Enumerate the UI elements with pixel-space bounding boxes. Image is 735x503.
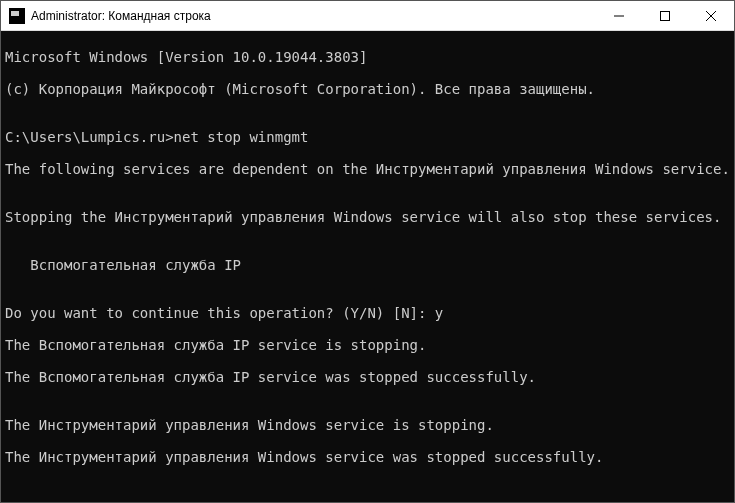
titlebar[interactable]: Administrator: Командная строка <box>1 1 734 31</box>
console-text: The Инструментарий управления Windows se… <box>5 449 730 465</box>
console-text: Do you want to continue this operation? … <box>5 305 730 321</box>
window-controls <box>596 1 734 30</box>
prompt-command: net stop winmgmt <box>174 129 309 145</box>
console-text: (c) Корпорация Майкрософт (Microsoft Cor… <box>5 81 730 97</box>
svg-rect-1 <box>661 11 670 20</box>
console-text: Вспомогательная служба IP <box>5 257 730 273</box>
console-text: The Инструментарий управления Windows se… <box>5 417 730 433</box>
console-prompt-line: C:\Users\Lumpics.ru>net stop winmgmt <box>5 129 730 145</box>
cmd-icon <box>9 8 25 24</box>
console-text: The Вспомогательная служба IP service is… <box>5 337 730 353</box>
console-text: Stopping the Инструментарий управления W… <box>5 209 730 225</box>
console-text: Microsoft Windows [Version 10.0.19044.38… <box>5 49 730 65</box>
prompt-path: C:\Users\Lumpics.ru> <box>5 129 174 145</box>
minimize-button[interactable] <box>596 1 642 30</box>
window-title: Administrator: Командная строка <box>31 9 596 23</box>
maximize-button[interactable] <box>642 1 688 30</box>
command-prompt-window: Administrator: Командная строка Microsof… <box>0 0 735 503</box>
console-area[interactable]: Microsoft Windows [Version 10.0.19044.38… <box>1 31 734 502</box>
close-button[interactable] <box>688 1 734 30</box>
console-text: The Вспомогательная служба IP service wa… <box>5 369 730 385</box>
console-text: The following services are dependent on … <box>5 161 730 177</box>
